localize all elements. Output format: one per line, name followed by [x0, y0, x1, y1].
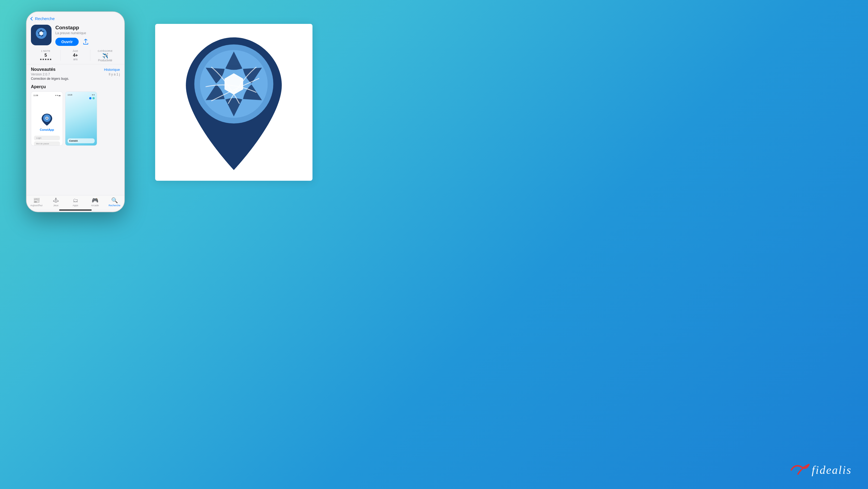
- nouveautes-header: Nouveautés Historique: [31, 67, 120, 72]
- sc2-signal: ▾ ▾: [92, 94, 95, 96]
- rating-label: 1 NOTE: [41, 50, 50, 52]
- nouveautes-description: Correction de légers bugs.: [31, 77, 120, 81]
- stat-age: ÂGE 4+ ans: [61, 50, 91, 61]
- app-actions: Ouvrir: [55, 38, 120, 46]
- tab-apps[interactable]: 🗂 Apps: [66, 197, 85, 207]
- tab-recherche[interactable]: 🔍 Recherche: [105, 197, 124, 207]
- category-icon: ✈️: [102, 53, 108, 59]
- open-button[interactable]: Ouvrir: [55, 38, 79, 46]
- tab-arcade-icon: 🎮: [92, 197, 98, 204]
- tab-jeux-label: Jeux: [53, 204, 58, 207]
- app-info-row: Constapp La preuve numérique Ouvrir: [27, 23, 124, 49]
- svg-point-1: [39, 31, 43, 35]
- fidealis-check-icon: [790, 462, 812, 478]
- constapp-large-logo: [163, 32, 304, 173]
- app-name: Constapp: [55, 25, 120, 31]
- sc1-signal: ▾ ▾ ▬: [55, 94, 61, 97]
- tab-aujourd-hui[interactable]: 📰 Aujourd'hui: [27, 197, 46, 207]
- tab-recherche-label: Recherche: [108, 204, 120, 207]
- tab-jeux[interactable]: 🕹 Jeux: [46, 197, 66, 207]
- sc1-form: Login Mot de passe: [31, 136, 63, 146]
- share-icon: [83, 39, 88, 45]
- sc2-label: ConstA: [67, 139, 95, 143]
- sc1-time: 11:08: [33, 94, 38, 97]
- fidealis-text: fidealis: [812, 463, 852, 477]
- stats-row: 1 NOTE 5 ★★★★★ ÂGE 4+ ans CATÉGORIE ✈️ P…: [27, 49, 124, 64]
- sc1-logo: ConstApp: [40, 113, 54, 131]
- sc1-app-name: ConstApp: [40, 128, 54, 131]
- tab-apps-label: Apps: [73, 204, 79, 207]
- app-icon-svg: [31, 25, 51, 45]
- chevron-left-icon: [30, 17, 34, 20]
- tab-apps-icon: 🗂: [73, 197, 78, 204]
- logo-card: [155, 24, 312, 181]
- app-meta: Constapp La preuve numérique Ouvrir: [55, 25, 120, 46]
- fidealis-logo: fidealis: [790, 462, 852, 478]
- screenshot-2: 13:20 ▾ ▾ ConstA: [65, 91, 97, 146]
- tab-aujourd-hui-label: Aujourd'hui: [30, 204, 42, 207]
- tab-arcade[interactable]: 🎮 Arcade: [85, 197, 105, 207]
- app-icon: [31, 25, 52, 45]
- screenshots-row: 11:08 ▾ ▾ ▬ ConstApp Login: [31, 91, 120, 146]
- nouveautes-section: Nouveautés Historique Version 2.0.7 Il y…: [27, 64, 124, 82]
- back-button[interactable]: Recherche: [31, 16, 55, 21]
- stat-rating: 1 NOTE 5 ★★★★★: [31, 50, 61, 61]
- share-button[interactable]: [82, 38, 90, 45]
- sc2-dots: [67, 97, 95, 99]
- age-label: ÂGE: [73, 50, 78, 52]
- category-name: Productivité: [98, 59, 112, 62]
- tab-jeux-icon: 🕹: [53, 197, 59, 204]
- update-date: Il y a 1 j: [109, 72, 120, 76]
- dot-blue: [89, 97, 91, 99]
- app-subtitle: La preuve numérique: [55, 31, 120, 35]
- tab-recherche-icon: 🔍: [111, 197, 118, 204]
- back-label: Recherche: [35, 16, 55, 21]
- app-store-page: Recherche: [27, 12, 124, 212]
- stars-display: ★★★★★: [40, 58, 52, 61]
- tab-aujourd-hui-icon: 📰: [33, 197, 40, 204]
- apercu-section: Aperçu 11:08 ▾ ▾ ▬ C: [27, 82, 124, 147]
- iphone-mockup: Recherche: [26, 11, 125, 212]
- age-sub: ans: [73, 58, 78, 61]
- screenshot-1: 11:08 ▾ ▾ ▬ ConstApp Login: [31, 91, 63, 146]
- dot-cyan: [93, 97, 95, 99]
- svg-point-4: [46, 118, 48, 119]
- apercu-title: Aperçu: [31, 84, 120, 89]
- app-store-header: Recherche: [27, 12, 124, 23]
- sc2-status: 13:20 ▾ ▾: [67, 94, 95, 96]
- age-value: 4+: [73, 53, 78, 58]
- sc1-app-icon: [40, 113, 54, 126]
- rating-value: 5: [44, 53, 47, 58]
- tab-bar: 📰 Aujourd'hui 🕹 Jeux 🗂 Apps 🎮 Arcade 🔍 R…: [27, 195, 124, 210]
- sc2-time: 13:20: [67, 94, 72, 96]
- home-indicator: [59, 210, 92, 211]
- category-label: CATÉGORIE: [98, 50, 113, 52]
- nouveautes-title: Nouveautés: [31, 67, 56, 72]
- tab-arcade-label: Arcade: [91, 204, 99, 207]
- stat-category: CATÉGORIE ✈️ Productivité: [90, 50, 120, 62]
- version-label: Version 2.0.7: [31, 72, 50, 76]
- historique-link[interactable]: Historique: [104, 67, 120, 72]
- screenshot-1-status: 11:08 ▾ ▾ ▬: [31, 94, 63, 97]
